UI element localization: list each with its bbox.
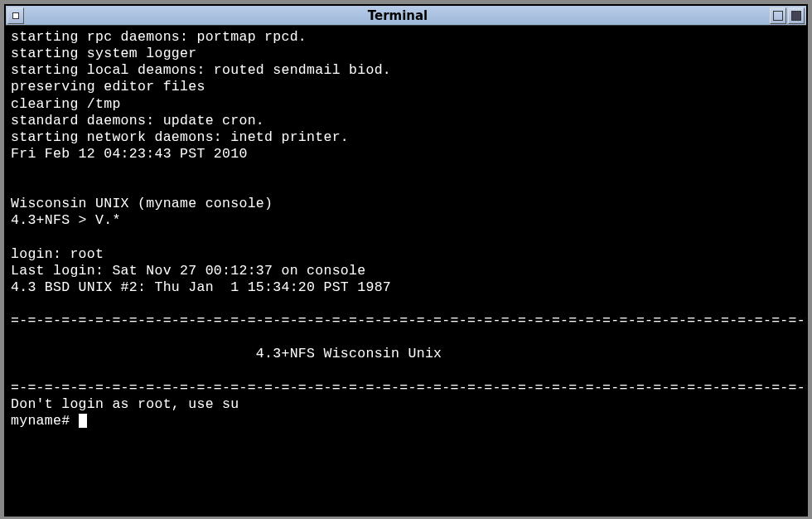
boot-line: preserving editor files xyxy=(11,79,205,95)
titlebar[interactable]: Terminal xyxy=(6,6,806,26)
boot-line: clearing /tmp xyxy=(11,96,121,112)
banner-line: 4.3+NFS Wisconsin Unix xyxy=(11,346,442,361)
separator-line: =-=-=-=-=-=-=-=-=-=-=-=-=-=-=-=-=-=-=-=-… xyxy=(11,313,806,328)
cursor-icon xyxy=(79,414,87,428)
separator-line: =-=-=-=-=-=-=-=-=-=-=-=-=-=-=-=-=-=-=-=-… xyxy=(11,380,806,395)
window-title: Terminal xyxy=(26,8,770,23)
window-menu-button[interactable] xyxy=(7,7,24,24)
boot-line: standard daemons: update cron. xyxy=(11,113,264,129)
maximize-button[interactable] xyxy=(788,7,805,24)
last-login-line: Last login: Sat Nov 27 00:12:37 on conso… xyxy=(11,263,365,279)
minimize-button[interactable] xyxy=(770,7,786,24)
timestamp-line: Fri Feb 12 04:23:43 PST 2010 xyxy=(11,146,248,162)
kernel-line: 4.3 BSD UNIX #2: Thu Jan 1 15:34:20 PST … xyxy=(11,279,391,295)
boot-line: starting network daemons: inetd printer. xyxy=(11,129,349,145)
boot-line: starting system logger xyxy=(11,46,196,61)
shell-prompt: myname# xyxy=(11,413,79,429)
login-line: login: root xyxy=(11,246,104,262)
terminal-output[interactable]: starting rpc daemons: portmap rpcd. star… xyxy=(6,26,806,515)
system-id-line: Wisconsin UNIX (myname console) xyxy=(11,196,273,211)
boot-line: starting rpc daemons: portmap rpcd. xyxy=(11,29,307,45)
version-line: 4.3+NFS > V.* xyxy=(11,212,121,228)
terminal-window: Terminal starting rpc daemons: portmap r… xyxy=(4,4,808,517)
warning-line: Don't login as root, use su xyxy=(11,396,239,412)
boot-line: starting local deamons: routed sendmail … xyxy=(11,62,391,78)
prompt-line: myname# xyxy=(11,413,87,429)
